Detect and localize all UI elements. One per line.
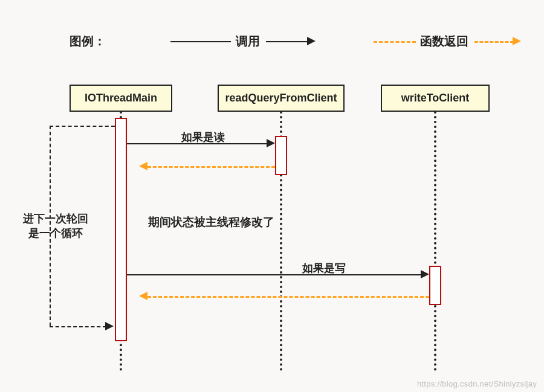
legend-return-label: 函数返回 <box>420 33 468 50</box>
msg-if-read-label: 如果是读 <box>181 130 225 144</box>
msg-if-read-arrowhead-icon <box>267 139 275 147</box>
participant-writetoclient: writeToClient <box>381 85 490 112</box>
legend-call-arrowhead-icon <box>307 37 316 45</box>
loop-arrowhead-icon <box>105 322 114 330</box>
msg-write-return-line <box>147 296 429 298</box>
legend-return-arrowhead-icon <box>513 37 521 45</box>
participant-iothreadmain: IOThreadMain <box>70 85 172 112</box>
legend-title: 图例： <box>70 33 106 50</box>
loop-note-line2: 是一个循环 <box>28 227 83 239</box>
activation-read <box>275 136 287 175</box>
watermark: https://blog.csdn.net/Shinlyzsljay <box>417 379 537 388</box>
msg-read-return-line <box>147 166 275 168</box>
activation-write <box>429 266 441 305</box>
msg-write-return-arrowhead-icon <box>139 292 147 300</box>
legend-call-line-right <box>266 41 308 42</box>
legend-return-line-right <box>474 41 514 43</box>
lifeline-write <box>434 111 436 371</box>
mid-note: 期间状态被主线程修改了 <box>148 214 274 230</box>
legend-call-label: 调用 <box>236 33 260 50</box>
loop-bottom-line <box>50 326 106 327</box>
msg-if-write-arrowhead-icon <box>421 270 429 278</box>
activation-io <box>115 118 127 341</box>
legend-return-line-left <box>374 41 416 43</box>
msg-if-write-label: 如果是写 <box>302 261 346 275</box>
loop-note-line1: 进下一次轮回 <box>23 213 88 225</box>
legend-call-line-left <box>170 41 231 42</box>
participant-readqueryfromclient: readQueryFromClient <box>218 85 345 112</box>
diagram-canvas: 图例： 调用 函数返回 IOThreadMain readQueryFromCl… <box>0 0 544 392</box>
loop-note: 进下一次轮回 是一个循环 <box>13 211 98 241</box>
msg-if-write-line <box>127 274 422 275</box>
loop-top-line <box>50 126 115 127</box>
msg-read-return-arrowhead-icon <box>139 162 147 170</box>
